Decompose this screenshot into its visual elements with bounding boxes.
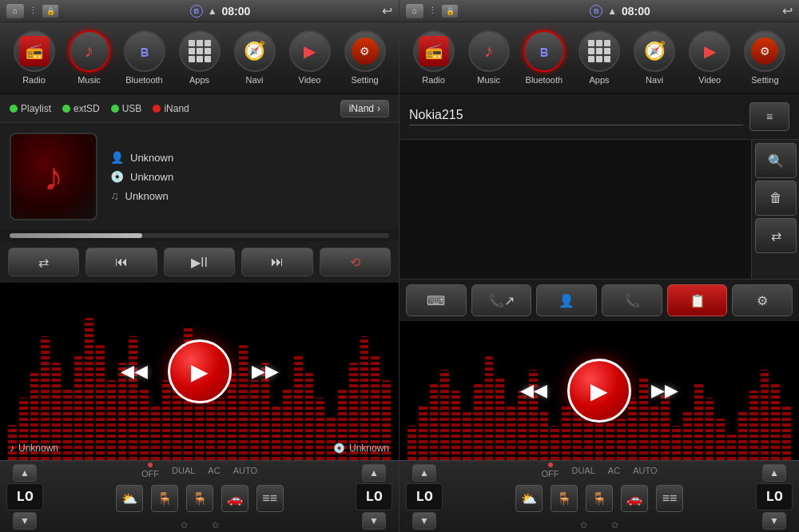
source-playlist[interactable]: Playlist: [10, 103, 51, 114]
eq-next-button[interactable]: ▶▶: [248, 354, 283, 389]
right-defrost-rear-icon[interactable]: 🚗: [621, 485, 648, 512]
right-status-right-icons: ↩: [782, 3, 793, 18]
right-mode-ac[interactable]: AC: [608, 466, 620, 475]
mode-auto[interactable]: AUTO: [233, 466, 257, 475]
defrost-rear-icon[interactable]: 🚗: [221, 485, 248, 512]
big-play-button[interactable]: ▶: [168, 339, 232, 403]
right-mode-dual[interactable]: DUAL: [572, 466, 595, 475]
climate-center-left: OFF DUAL AC AUTO ⛅ 🪑 🪑 🚗: [48, 463, 351, 530]
call-btn[interactable]: 📞: [602, 284, 662, 316]
menu-icon[interactable]: ⋮: [29, 6, 38, 16]
navi-icon-wrap: 🧭: [234, 30, 276, 72]
nav-setting[interactable]: ⚙ Setting: [344, 30, 386, 85]
right-seat-heat-right-icon[interactable]: 🪑: [586, 485, 613, 512]
source-inand[interactable]: iNand: [153, 103, 189, 114]
right-eq-prev-button[interactable]: ◀◀: [516, 373, 551, 408]
right-fan-speed-icon[interactable]: ≡≡: [656, 485, 683, 512]
source-usb[interactable]: USB: [111, 103, 142, 114]
shuffle-button[interactable]: ⇄: [8, 248, 79, 276]
right-music-icon-wrap: ♪: [468, 30, 510, 72]
right-mode-off[interactable]: OFF: [542, 463, 559, 478]
left-temp-up[interactable]: ▲: [13, 464, 37, 482]
search-contacts-btn[interactable]: 🔍: [755, 143, 797, 178]
right-nav-setting[interactable]: ⚙ Setting: [744, 30, 785, 85]
progress-bar[interactable]: [10, 233, 389, 238]
right-video-icon: ▶: [704, 42, 716, 61]
progress-fill: [10, 233, 142, 238]
nav-music[interactable]: ♪ Music: [69, 30, 110, 85]
contacts-list-btn[interactable]: ≡: [749, 102, 789, 131]
nav-apps[interactable]: Apps: [179, 30, 221, 85]
mode-auto-label: AUTO: [233, 466, 257, 475]
right-nav-video[interactable]: ▶ Video: [689, 30, 730, 85]
right-nav-bluetooth[interactable]: ʙ Bluetooth: [523, 30, 565, 85]
right-seat-heat-left-icon[interactable]: 🪑: [551, 485, 578, 512]
right-panel: ⌂ ⋮ 🔒 B ▲ 08:00 ↩ 📻 Radio ♪ Music: [400, 0, 799, 532]
mode-ac[interactable]: AC: [208, 466, 220, 475]
nav-radio[interactable]: 📻 Radio: [14, 30, 55, 85]
repeat-button[interactable]: ⟲: [320, 248, 391, 276]
right-nav-navi[interactable]: 🧭 Navi: [634, 30, 675, 85]
right-temp-up[interactable]: ▲: [362, 464, 386, 482]
right-left-temp-up[interactable]: ▲: [412, 464, 436, 482]
mode-dual[interactable]: DUAL: [172, 466, 195, 475]
right-nav-music[interactable]: ♪ Music: [468, 30, 510, 85]
back-icon[interactable]: ↩: [382, 3, 392, 18]
eq-prev-button[interactable]: ◀◀: [117, 354, 152, 389]
nav-video[interactable]: ▶ Video: [289, 30, 331, 85]
fan-speed-icon[interactable]: ≡≡: [256, 485, 284, 512]
left-temp-value: LO: [16, 489, 34, 505]
right-right-temp-control: ▲ LO ▼: [756, 464, 793, 530]
transfer-btn[interactable]: ⇄: [755, 218, 797, 253]
right-nav-radio[interactable]: 📻 Radio: [413, 30, 455, 85]
next-button[interactable]: ⏭: [241, 248, 312, 276]
call-transfer-btn[interactable]: 📞↗: [471, 284, 532, 316]
mode-off[interactable]: OFF: [141, 463, 159, 478]
left-nav-bar: 📻 Radio ♪ Music ʙ Bluetooth A: [0, 22, 399, 94]
phone-settings-btn[interactable]: ⚙: [732, 284, 793, 316]
contacts-btn[interactable]: 👤: [536, 284, 597, 316]
prev-button[interactable]: ⏮: [85, 248, 157, 276]
right-right-temp-up[interactable]: ▲: [762, 464, 786, 482]
climate-icons-row-right: ⛅ 🪑 🪑 🚗 ≡≡: [447, 485, 751, 512]
delete-contact-btn[interactable]: 🗑: [755, 181, 797, 216]
right-lock-icon: 🔒: [442, 5, 458, 18]
right-fan-icon: ✿: [212, 520, 219, 530]
bluetooth-icon: ʙ: [140, 42, 149, 61]
lock-icon: 🔒: [42, 5, 58, 18]
right-home-icon[interactable]: ⌂: [406, 4, 423, 18]
right-back-icon[interactable]: ↩: [782, 3, 793, 18]
source-extsd[interactable]: extSD: [62, 103, 100, 114]
right-left-temp-value: LO: [415, 489, 433, 505]
right-temp-down[interactable]: ▼: [362, 512, 386, 530]
inand-btn-label: iNand: [349, 103, 374, 114]
home-icon[interactable]: ⌂: [6, 4, 24, 18]
track-artist-row: 👤 Unknown: [110, 151, 389, 164]
right-left-temp-down[interactable]: ▼: [412, 512, 436, 530]
nav-bluetooth[interactable]: ʙ Bluetooth: [124, 30, 165, 85]
right-mode-auto[interactable]: AUTO: [633, 466, 657, 475]
dialpad-btn[interactable]: ⌨: [406, 284, 467, 316]
right-big-play-button[interactable]: ▶: [567, 359, 631, 423]
source-bar: Playlist extSD USB iNand iNand ›: [0, 94, 399, 123]
right-temp-display: LO: [356, 483, 392, 510]
defrost-front-icon[interactable]: ⛅: [116, 485, 143, 512]
right-menu-icon[interactable]: ⋮: [428, 6, 437, 16]
right-eq-next-button[interactable]: ▶▶: [647, 373, 682, 408]
play-pause-button[interactable]: ▶II: [164, 248, 235, 276]
right-defrost-front-icon[interactable]: ⛅: [515, 485, 543, 512]
bottom-note-icon: ♪: [10, 443, 14, 454]
music-note-icon: ♪: [44, 153, 64, 200]
seat-heat-right-icon[interactable]: 🪑: [186, 485, 213, 512]
redial-btn[interactable]: 📋: [667, 284, 728, 316]
climate-modes-left: OFF DUAL AC AUTO: [48, 463, 351, 482]
inand-button[interactable]: iNand ›: [340, 100, 389, 117]
right-right-temp-value: LO: [765, 489, 783, 505]
right-right-temp-down[interactable]: ▼: [762, 512, 786, 530]
right-status-center: B ▲ 08:00: [590, 5, 650, 18]
left-temp-down[interactable]: ▼: [13, 512, 37, 530]
transport-controls: ⇄ ⏮ ▶II ⏭ ⟲: [0, 241, 399, 283]
right-nav-apps[interactable]: Apps: [578, 30, 620, 85]
nav-navi[interactable]: 🧭 Navi: [234, 30, 276, 85]
seat-heat-left-icon[interactable]: 🪑: [151, 485, 178, 512]
